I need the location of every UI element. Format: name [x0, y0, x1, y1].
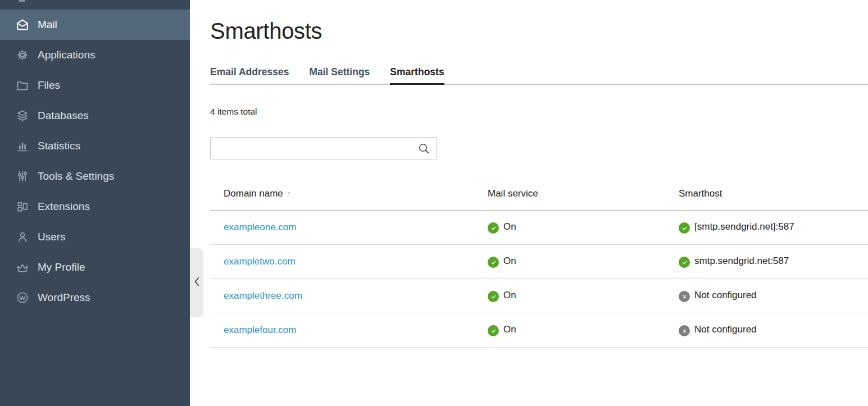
users-icon — [16, 230, 29, 244]
domain-cell: examplefour.com — [210, 313, 474, 348]
sort-asc-icon: ↑ — [287, 189, 292, 198]
cross-circle-icon — [679, 325, 690, 336]
table-row: examplefour.comOnNot configured — [210, 313, 868, 348]
tab-smarthosts[interactable]: Smarthosts — [390, 66, 444, 85]
mail-service-cell: On — [474, 245, 665, 279]
check-circle-icon — [488, 291, 499, 302]
sidebar-item-users[interactable]: Users — [0, 222, 190, 252]
mail-icon — [16, 18, 29, 31]
smarthost-cell: smtp.sendgrid.net:587 — [665, 245, 868, 279]
tab-bar: Email AddressesMail SettingsSmarthosts — [210, 66, 868, 85]
mail-service-label: On — [503, 256, 516, 266]
table-row: exampletwo.comOnsmtp.sendgrid.net:587 — [210, 245, 868, 279]
sidebar-item-databases[interactable]: Databases — [0, 101, 190, 131]
column-header-label: Smarthost — [679, 188, 722, 199]
applications-icon — [16, 48, 29, 62]
sidebar-item-wordpress[interactable]: WordPress — [0, 282, 190, 313]
plesk-app: MailApplicationsFilesDatabasesStatistics… — [0, 0, 868, 406]
column-header-mail-service[interactable]: Mail service — [474, 179, 665, 211]
page-title: Smarthosts — [210, 16, 868, 46]
databases-icon — [16, 109, 29, 122]
sidebar-item-extensions[interactable]: Extensions — [0, 191, 190, 222]
mail-service-cell: On — [474, 279, 665, 313]
tab-email-addresses[interactable]: Email Addresses — [210, 66, 289, 84]
column-header-smarthost[interactable]: Smarthost — [665, 179, 868, 211]
column-header-label: Mail service — [488, 188, 538, 199]
sidebar-item-label: WordPress — [38, 291, 90, 304]
sidebar-item-label: Files — [38, 79, 60, 92]
search-input[interactable] — [211, 138, 437, 159]
statistics-icon — [16, 139, 29, 153]
mail-service-label: On — [503, 221, 516, 232]
sidebar-item-label: Extensions — [38, 200, 90, 213]
domain-cell: examplethree.com — [210, 279, 474, 313]
column-header-domain-name[interactable]: Domain name↑ — [210, 179, 474, 211]
sidebar: MailApplicationsFilesDatabasesStatistics… — [0, 0, 190, 406]
sidebar-nav: MailApplicationsFilesDatabasesStatistics… — [0, 0, 190, 313]
mail-service-label: On — [503, 324, 516, 335]
items-total: 4 items total — [210, 107, 868, 117]
sidebar-item-mail[interactable]: Mail — [0, 10, 190, 40]
smarthost-cell: Not configured — [665, 279, 868, 313]
tab-mail-settings[interactable]: Mail Settings — [309, 66, 370, 84]
check-circle-icon — [488, 222, 499, 234]
mail-service-cell: On — [474, 211, 665, 245]
domain-link[interactable]: exampleone.com — [224, 222, 296, 232]
check-circle-icon — [679, 257, 690, 268]
sidebar-item-files[interactable]: Files — [0, 70, 190, 101]
domain-link[interactable]: examplethree.com — [224, 290, 302, 301]
sidebar-collapse-button[interactable] — [190, 248, 203, 317]
files-icon — [16, 79, 29, 92]
mail-service-label: On — [503, 290, 516, 300]
sidebar-item-label: My Profile — [38, 261, 85, 273]
domain-link[interactable]: exampletwo.com — [224, 256, 296, 267]
check-circle-icon — [488, 257, 499, 268]
search-box — [210, 137, 437, 159]
sidebar-item-label: Statistics — [38, 140, 80, 152]
main-content: Smarthosts Email AddressesMail SettingsS… — [190, 0, 868, 406]
cross-circle-icon — [679, 291, 690, 302]
sidebar-item-label: Tools & Settings — [38, 170, 114, 183]
smarthost-label: smtp.sendgrid.net:587 — [694, 256, 789, 266]
mail-service-cell: On — [474, 313, 665, 348]
smarthost-label: Not configured — [694, 324, 757, 335]
smarthost-label: Not configured — [694, 290, 757, 300]
sidebar-item-applications[interactable]: Applications — [0, 40, 190, 70]
sidebar-item-label: Databases — [38, 110, 89, 122]
tools-settings-icon — [16, 170, 29, 183]
smarthosts-table: Domain name↑ Mail service Smarthost exam… — [210, 179, 868, 348]
table-row: examplethree.comOnNot configured — [210, 279, 868, 313]
my-profile-icon — [16, 261, 29, 274]
sidebar-item-tools-settings[interactable]: Tools & Settings — [0, 161, 190, 191]
column-header-label: Domain name — [224, 188, 283, 199]
check-circle-icon — [488, 325, 499, 336]
sidebar-item-partial — [19, 0, 25, 2]
search-icon[interactable] — [417, 142, 431, 156]
check-circle-icon — [679, 222, 690, 234]
smarthost-cell: [smtp.sendgrid.net]:587 — [665, 211, 868, 245]
sidebar-item-statistics[interactable]: Statistics — [0, 131, 190, 161]
domain-cell: exampleone.com — [210, 211, 474, 245]
sidebar-item-label: Mail — [38, 19, 57, 31]
sidebar-item-label: Applications — [38, 49, 95, 61]
smarthost-cell: Not configured — [665, 313, 868, 348]
smarthost-label: [smtp.sendgrid.net]:587 — [694, 221, 794, 232]
extensions-icon — [16, 200, 29, 213]
sidebar-item-my-profile[interactable]: My Profile — [0, 252, 190, 282]
sidebar-item-label: Users — [38, 231, 66, 243]
chevron-left-icon — [194, 276, 200, 290]
table-header-row: Domain name↑ Mail service Smarthost — [210, 179, 868, 211]
wordpress-icon — [16, 291, 29, 304]
domain-cell: exampletwo.com — [210, 245, 474, 279]
table-row: exampleone.comOn[smtp.sendgrid.net]:587 — [210, 211, 868, 245]
domain-link[interactable]: examplefour.com — [224, 325, 296, 335]
